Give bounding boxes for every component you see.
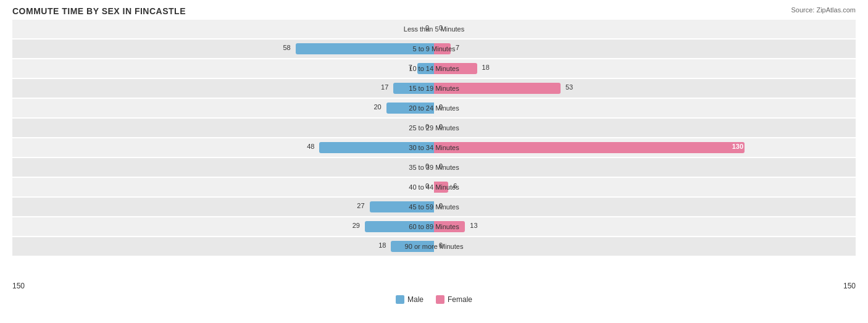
male-value: 0 — [425, 182, 429, 190]
female-bar — [434, 142, 745, 153]
female-value: 7 — [456, 44, 459, 51]
chart-area: Less than 5 Minutes005 to 9 Minutes58710… — [12, 20, 856, 279]
male-value: 29 — [353, 222, 360, 229]
male-value: 18 — [378, 241, 386, 249]
male-value: 0 — [425, 24, 429, 31]
row-label: Less than 5 Minutes — [404, 20, 464, 38]
male-bar — [417, 63, 434, 74]
chart-title: COMMUTE TIME BY SEX IN FINCASTLE — [12, 6, 856, 16]
female-bar — [434, 182, 448, 193]
table-row: 15 to 19 Minutes1753 — [12, 79, 856, 98]
source-text: Source: ZipAtlas.com — [791, 6, 856, 14]
table-row: 60 to 89 Minutes2913 — [12, 217, 856, 236]
male-value: 17 — [381, 83, 388, 91]
female-value: 0 — [439, 103, 443, 111]
legend-male: Male — [396, 295, 424, 304]
female-bar — [434, 63, 477, 74]
female-value: 0 — [439, 24, 443, 31]
female-bar — [434, 221, 465, 232]
table-row: 10 to 14 Minutes718 — [12, 59, 856, 78]
legend-male-box — [396, 295, 404, 304]
table-row: 90 or more Minutes180 — [12, 237, 856, 256]
female-value: 0 — [439, 202, 443, 209]
female-value: 18 — [482, 64, 490, 71]
male-value: 58 — [283, 44, 290, 51]
legend-female-label: Female — [448, 295, 472, 304]
male-value: 48 — [307, 143, 314, 150]
row-label: 25 to 29 Minutes — [409, 119, 459, 137]
axis-left-label: 150 — [12, 282, 25, 290]
table-row: 35 to 39 Minutes00 — [12, 158, 856, 177]
male-bar — [365, 221, 434, 232]
male-bar — [319, 142, 434, 153]
female-bar — [434, 43, 451, 54]
female-value: 130 — [732, 143, 743, 150]
male-bar — [370, 201, 434, 212]
legend: Male Female — [12, 295, 856, 304]
table-row: 25 to 29 Minutes00 — [12, 119, 856, 137]
table-row: 20 to 24 Minutes200 — [12, 99, 856, 117]
female-value: 13 — [470, 222, 477, 229]
table-row: 40 to 44 Minutes06 — [12, 178, 856, 196]
female-value: 0 — [439, 123, 443, 130]
axis-right-label: 150 — [843, 282, 856, 290]
male-value: 7 — [409, 64, 412, 71]
male-value: 20 — [373, 103, 381, 111]
legend-female: Female — [436, 295, 472, 304]
female-value: 0 — [439, 241, 443, 249]
male-bar — [391, 241, 434, 252]
chart-container: COMMUTE TIME BY SEX IN FINCASTLE Source:… — [0, 0, 868, 323]
legend-female-box — [436, 295, 444, 304]
male-bar — [296, 43, 434, 54]
male-bar — [386, 103, 434, 114]
male-value: 0 — [425, 123, 429, 130]
axis-labels: 150 150 — [12, 282, 856, 290]
row-label: 35 to 39 Minutes — [409, 158, 459, 177]
male-bar — [393, 83, 434, 94]
legend-male-label: Male — [407, 295, 424, 304]
female-bar — [434, 83, 561, 94]
male-value: 27 — [357, 202, 364, 209]
female-value: 53 — [565, 83, 573, 91]
female-value: 6 — [453, 182, 457, 190]
table-row: 5 to 9 Minutes587 — [12, 40, 856, 58]
female-value: 0 — [439, 162, 443, 170]
table-row: 30 to 34 Minutes48130 — [12, 138, 856, 157]
table-row: 45 to 59 Minutes270 — [12, 198, 856, 216]
male-value: 0 — [425, 162, 429, 170]
table-row: Less than 5 Minutes00 — [12, 20, 856, 38]
